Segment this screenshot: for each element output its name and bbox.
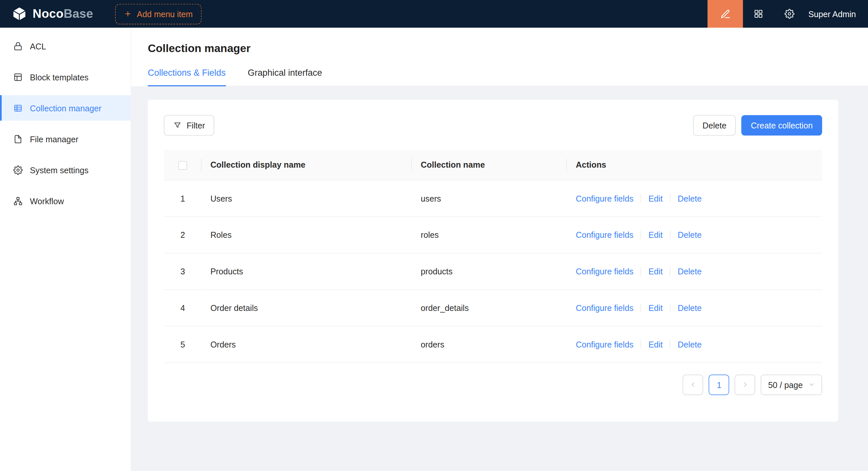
tab-graphical-interface[interactable]: Graphical interface: [248, 68, 322, 86]
brand-name-bold: Noco: [33, 7, 64, 21]
brand-logo[interactable]: NocoBase: [0, 6, 93, 22]
create-collection-label: Create collection: [751, 121, 813, 130]
delete-link[interactable]: Delete: [678, 340, 702, 349]
collections-table: Collection display name Collection name …: [164, 150, 822, 363]
row-index: 3: [164, 253, 202, 290]
lock-icon: [13, 41, 23, 51]
tab-label: Collections & Fields: [148, 68, 226, 78]
ui-editor-button[interactable]: [708, 0, 743, 28]
delete-button[interactable]: Delete: [693, 115, 736, 135]
sidebar-item-label: Collection manager: [30, 103, 101, 113]
brand-name-light: Base: [64, 7, 93, 21]
row-index: 2: [164, 216, 202, 253]
row-index: 4: [164, 290, 202, 326]
app-root: NocoBase Add menu item: [0, 0, 868, 471]
action-divider: [670, 194, 671, 202]
cell-collection-name: roles: [412, 216, 567, 253]
cell-actions: Configure fieldsEditDelete: [567, 326, 822, 363]
delete-link[interactable]: Delete: [678, 303, 702, 312]
chevron-left-icon: [690, 381, 696, 388]
cell-collection-name: users: [412, 180, 567, 216]
sidebar-item-workflow[interactable]: Workflow: [0, 188, 130, 213]
chevron-down-icon: [808, 381, 815, 388]
page-size-value: 50 / page: [768, 380, 803, 389]
toolbar-right: Delete Create collection: [693, 115, 822, 135]
configure-fields-link[interactable]: Configure fields: [576, 340, 633, 349]
current-user[interactable]: Super Admin: [805, 9, 868, 19]
action-divider: [670, 267, 671, 275]
column-header-display-name: Collection display name: [202, 150, 412, 180]
pagination-page-1[interactable]: 1: [709, 374, 729, 395]
edit-link[interactable]: Edit: [649, 266, 663, 276]
cell-display-name: Order details: [202, 290, 412, 326]
table-row: 1 Users users Configure fieldsEditDelete: [164, 180, 822, 216]
brand-name: NocoBase: [33, 7, 93, 21]
table-row: 4 Order details order_details Configure …: [164, 290, 822, 326]
header-select-cell: [164, 150, 202, 180]
page-size-select[interactable]: 50 / page: [761, 374, 822, 395]
nocobase-logo-icon: [11, 6, 28, 22]
edit-link[interactable]: Edit: [649, 303, 663, 312]
row-index: 1: [164, 180, 202, 216]
table-icon: [13, 103, 23, 113]
table-row: 3 Products products Configure fieldsEdit…: [164, 253, 822, 290]
pagination-next-button[interactable]: [735, 374, 755, 395]
configure-fields-link[interactable]: Configure fields: [576, 230, 633, 239]
edit-link[interactable]: Edit: [649, 340, 663, 349]
system-settings-button[interactable]: [774, 0, 805, 28]
column-header-name: Collection name: [412, 150, 567, 180]
delete-button-label: Delete: [703, 121, 726, 130]
layout-icon: [13, 72, 23, 82]
filter-button[interactable]: Filter: [164, 115, 214, 135]
sidebar-item-system-settings[interactable]: System settings: [0, 157, 130, 182]
plugins-button[interactable]: [743, 0, 774, 28]
pagination-prev-button[interactable]: [683, 374, 703, 395]
highlighter-pen-icon: [720, 8, 731, 19]
tab-label: Graphical interface: [248, 68, 322, 78]
plus-icon: [124, 10, 132, 18]
create-collection-button[interactable]: Create collection: [741, 115, 822, 135]
tab-collections-and-fields[interactable]: Collections & Fields: [148, 68, 226, 86]
filter-button-label: Filter: [187, 121, 205, 130]
cell-collection-name: orders: [412, 326, 567, 363]
sidebar: ACL Block templates Collection manager F…: [0, 28, 131, 471]
select-all-checkbox[interactable]: [178, 161, 187, 170]
edit-link[interactable]: Edit: [649, 193, 663, 203]
sidebar-item-label: System settings: [30, 165, 89, 175]
gear-icon: [785, 9, 795, 19]
action-divider: [641, 267, 641, 275]
configure-fields-link[interactable]: Configure fields: [576, 303, 633, 312]
configure-fields-link[interactable]: Configure fields: [576, 193, 633, 203]
cell-actions: Configure fieldsEditDelete: [567, 290, 822, 326]
sidebar-item-label: Workflow: [30, 196, 64, 206]
action-divider: [641, 303, 641, 311]
action-divider: [670, 231, 671, 239]
sidebar-item-block-templates[interactable]: Block templates: [0, 64, 130, 90]
column-header-actions: Actions: [567, 150, 822, 180]
edit-link[interactable]: Edit: [649, 230, 663, 239]
delete-link[interactable]: Delete: [678, 193, 702, 203]
action-divider: [641, 231, 641, 239]
action-divider: [670, 340, 671, 348]
page-header: Collection manager Collections & Fields …: [131, 28, 868, 86]
appstore-grid-icon: [754, 9, 764, 19]
file-icon: [13, 134, 23, 144]
main-layout: ACL Block templates Collection manager F…: [0, 28, 868, 471]
sidebar-item-file-manager[interactable]: File manager: [0, 126, 130, 152]
main-content: Collection manager Collections & Fields …: [131, 28, 868, 471]
cell-actions: Configure fieldsEditDelete: [567, 253, 822, 290]
sidebar-item-collection-manager[interactable]: Collection manager: [0, 95, 130, 121]
collections-card: Filter Delete Create collection: [148, 99, 838, 421]
table-row: 5 Orders orders Configure fieldsEditDele…: [164, 326, 822, 363]
cell-display-name: Roles: [202, 216, 412, 253]
tab-bar: Collections & Fields Graphical interface: [148, 68, 868, 86]
sidebar-item-label: ACL: [30, 41, 46, 51]
sidebar-item-acl[interactable]: ACL: [0, 33, 130, 59]
sidebar-item-label: Block templates: [30, 72, 89, 82]
delete-link[interactable]: Delete: [678, 266, 702, 276]
gear-icon: [13, 165, 23, 175]
configure-fields-link[interactable]: Configure fields: [576, 266, 633, 276]
add-menu-item-button[interactable]: Add menu item: [115, 4, 202, 24]
action-divider: [670, 303, 671, 311]
delete-link[interactable]: Delete: [678, 230, 702, 239]
